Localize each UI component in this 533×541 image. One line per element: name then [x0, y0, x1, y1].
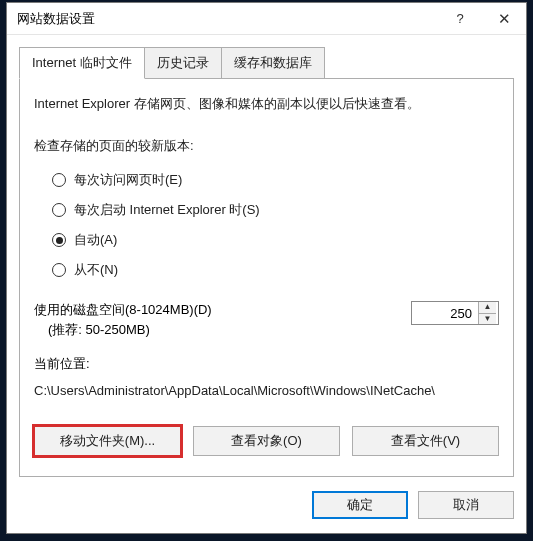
tab-label: 历史记录 [157, 55, 209, 70]
cancel-button[interactable]: 取消 [418, 491, 514, 519]
help-button[interactable]: ? [438, 3, 482, 34]
close-icon: ✕ [498, 10, 511, 28]
dialog-body: Internet 临时文件 历史记录 缓存和数据库 Internet Explo… [7, 35, 526, 477]
tab-cache-db[interactable]: 缓存和数据库 [221, 47, 325, 79]
disk-space-spinner: ▲ ▼ [411, 301, 499, 325]
radio-icon [52, 263, 66, 277]
view-files-button[interactable]: 查看文件(V) [352, 426, 499, 456]
move-folder-button[interactable]: 移动文件夹(M)... [34, 426, 181, 456]
window-title: 网站数据设置 [17, 10, 438, 28]
version-check-label: 检查存储的页面的较新版本: [34, 137, 499, 155]
radio-icon [52, 173, 66, 187]
radio-label: 自动(A) [74, 231, 117, 249]
radio-icon [52, 203, 66, 217]
location-label: 当前位置: [34, 355, 499, 373]
disk-space-label: 使用的磁盘空间(8-1024MB)(D) [34, 301, 411, 319]
titlebar: 网站数据设置 ? ✕ [7, 3, 526, 35]
button-label: 取消 [453, 496, 479, 514]
radio-icon [52, 233, 66, 247]
version-check-radio-group: 每次访问网页时(E) 每次启动 Internet Explorer 时(S) 自… [34, 165, 499, 285]
disk-space-hint: (推荐: 50-250MB) [34, 321, 411, 339]
dialog-footer: 确定 取消 [7, 477, 526, 533]
dialog-window: 网站数据设置 ? ✕ Internet 临时文件 历史记录 缓存和数据库 Int… [6, 2, 527, 534]
description-text: Internet Explorer 存储网页、图像和媒体的副本以便以后快速查看。 [34, 95, 499, 113]
chevron-up-icon: ▲ [484, 303, 492, 311]
close-button[interactable]: ✕ [482, 3, 526, 34]
radio-label: 每次访问网页时(E) [74, 171, 182, 189]
button-label: 移动文件夹(M)... [60, 432, 155, 450]
radio-never[interactable]: 从不(N) [52, 255, 499, 285]
spinner-up-button[interactable]: ▲ [479, 302, 496, 313]
disk-space-label-wrap: 使用的磁盘空间(8-1024MB)(D) (推荐: 50-250MB) [34, 301, 411, 339]
radio-every-start[interactable]: 每次启动 Internet Explorer 时(S) [52, 195, 499, 225]
view-objects-button[interactable]: 查看对象(O) [193, 426, 340, 456]
radio-auto[interactable]: 自动(A) [52, 225, 499, 255]
help-icon: ? [456, 11, 463, 26]
radio-every-visit[interactable]: 每次访问网页时(E) [52, 165, 499, 195]
tab-temp-files[interactable]: Internet 临时文件 [19, 47, 145, 79]
button-label: 查看对象(O) [231, 432, 302, 450]
spinner-down-button[interactable]: ▼ [479, 313, 496, 325]
spinner-buttons: ▲ ▼ [478, 302, 496, 324]
tab-history[interactable]: 历史记录 [144, 47, 222, 79]
tabstrip: Internet 临时文件 历史记录 缓存和数据库 [19, 47, 514, 79]
ok-button[interactable]: 确定 [312, 491, 408, 519]
disk-space-row: 使用的磁盘空间(8-1024MB)(D) (推荐: 50-250MB) ▲ ▼ [34, 301, 499, 339]
tab-label: Internet 临时文件 [32, 55, 132, 70]
radio-label: 每次启动 Internet Explorer 时(S) [74, 201, 260, 219]
titlebar-buttons: ? ✕ [438, 3, 526, 34]
button-label: 确定 [347, 496, 373, 514]
tab-panel: Internet Explorer 存储网页、图像和媒体的副本以便以后快速查看。… [19, 78, 514, 477]
disk-space-input[interactable] [412, 302, 478, 324]
chevron-down-icon: ▼ [484, 315, 492, 323]
location-path: C:\Users\Administrator\AppData\Local\Mic… [34, 381, 499, 402]
panel-button-row: 移动文件夹(M)... 查看对象(O) 查看文件(V) [34, 426, 499, 456]
tab-label: 缓存和数据库 [234, 55, 312, 70]
button-label: 查看文件(V) [391, 432, 460, 450]
radio-label: 从不(N) [74, 261, 118, 279]
